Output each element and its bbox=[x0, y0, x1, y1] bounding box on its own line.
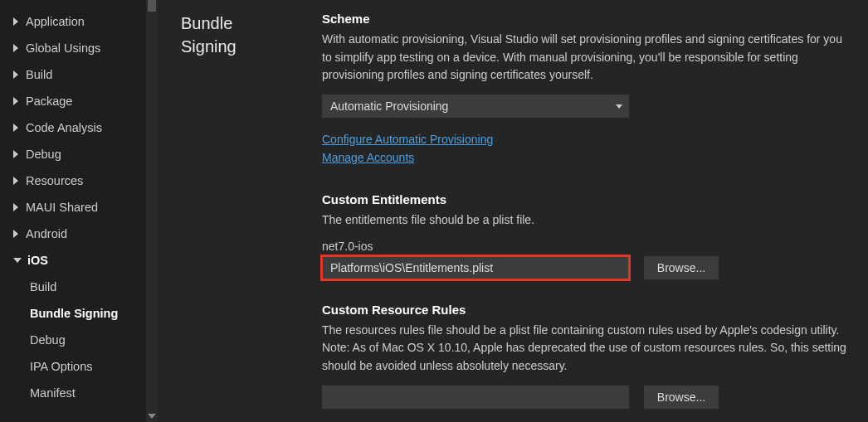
resource-rules-description: The resources rules file should be a pli… bbox=[322, 322, 850, 376]
chevron-right-icon bbox=[13, 230, 18, 238]
chevron-right-icon bbox=[13, 70, 18, 79]
sidebar-item-label: Application bbox=[26, 15, 85, 28]
sidebar-item-code-analysis[interactable]: Code Analysis bbox=[0, 114, 158, 141]
scroll-down-icon[interactable] bbox=[148, 414, 156, 419]
scheme-group: Scheme With automatic provisioning, Visu… bbox=[322, 12, 850, 169]
sidebar-item-label: Package bbox=[26, 95, 72, 108]
entitlements-framework-label: net7.0-ios bbox=[322, 240, 850, 253]
configure-provisioning-link[interactable]: Configure Automatic Provisioning bbox=[322, 133, 493, 146]
resource-rules-heading: Custom Resource Rules bbox=[322, 303, 850, 317]
scrollbar-thumb[interactable] bbox=[148, 0, 156, 12]
sidebar: Application Global Usings Build Package … bbox=[0, 0, 158, 422]
scheme-description: With automatic provisioning, Visual Stud… bbox=[322, 31, 850, 85]
resource-rules-group: Custom Resource Rules The resources rule… bbox=[322, 303, 850, 409]
sidebar-item-global-usings[interactable]: Global Usings bbox=[0, 35, 158, 61]
chevron-down-icon bbox=[616, 104, 622, 109]
sidebar-item-label: Bundle Signing bbox=[30, 307, 118, 320]
sidebar-subitem-build[interactable]: Build bbox=[0, 274, 158, 300]
entitlements-field-row: Browse... bbox=[322, 256, 850, 279]
entitlements-heading: Custom Entitlements bbox=[322, 192, 850, 206]
sidebar-item-label: Build bbox=[26, 68, 52, 81]
entitlements-browse-button[interactable]: Browse... bbox=[644, 256, 719, 279]
manage-accounts-link[interactable]: Manage Accounts bbox=[322, 151, 414, 164]
sidebar-item-label: IPA Options bbox=[30, 360, 93, 373]
chevron-right-icon bbox=[13, 44, 18, 52]
entitlements-path-input[interactable] bbox=[322, 256, 629, 279]
chevron-right-icon bbox=[13, 203, 18, 211]
sidebar-subitem-bundle-signing[interactable]: Bundle Signing bbox=[0, 300, 158, 327]
sidebar-item-maui-shared[interactable]: MAUI Shared bbox=[0, 194, 158, 221]
sidebar-item-label: Debug bbox=[30, 333, 66, 347]
chevron-right-icon bbox=[13, 177, 18, 185]
entitlements-group: Custom Entitlements The entitlements fil… bbox=[322, 192, 850, 279]
sidebar-item-label: Code Analysis bbox=[26, 121, 102, 134]
sidebar-item-label: Debug bbox=[26, 148, 61, 161]
sidebar-item-android[interactable]: Android bbox=[0, 221, 158, 247]
resource-rules-field-row: Browse... bbox=[322, 386, 850, 409]
sidebar-subitem-ipa-options[interactable]: IPA Options bbox=[0, 353, 158, 380]
sidebar-item-ios[interactable]: iOS bbox=[0, 247, 158, 274]
sidebar-scrollbar[interactable] bbox=[146, 0, 158, 422]
sidebar-item-label: MAUI Shared bbox=[26, 201, 98, 214]
provisioning-selected-label: Automatic Provisioning bbox=[330, 99, 448, 113]
section-title: Bundle Signing bbox=[158, 0, 299, 422]
chevron-down-icon bbox=[13, 258, 22, 263]
chevron-right-icon bbox=[13, 124, 18, 132]
chevron-right-icon bbox=[13, 150, 18, 158]
sidebar-item-label: Android bbox=[26, 227, 67, 240]
provisioning-select[interactable]: Automatic Provisioning bbox=[322, 95, 629, 118]
sidebar-item-label: Global Usings bbox=[26, 41, 100, 55]
chevron-right-icon bbox=[13, 17, 18, 26]
sidebar-item-label: iOS bbox=[27, 254, 48, 267]
sidebar-subitem-debug[interactable]: Debug bbox=[0, 327, 158, 353]
sidebar-item-build[interactable]: Build bbox=[0, 61, 158, 88]
content: Bundle Signing Scheme With automatic pro… bbox=[158, 0, 868, 422]
resource-rules-path-input[interactable] bbox=[322, 386, 629, 409]
sidebar-item-resources[interactable]: Resources bbox=[0, 167, 158, 194]
scheme-heading: Scheme bbox=[322, 12, 850, 26]
chevron-right-icon bbox=[13, 97, 18, 105]
main-panel: Scheme With automatic provisioning, Visu… bbox=[299, 0, 868, 422]
resource-rules-browse-button[interactable]: Browse... bbox=[644, 386, 719, 409]
sidebar-item-label: Manifest bbox=[30, 386, 76, 400]
sidebar-subitem-manifest[interactable]: Manifest bbox=[0, 380, 158, 406]
sidebar-item-application[interactable]: Application bbox=[0, 8, 158, 35]
sidebar-item-package[interactable]: Package bbox=[0, 88, 158, 114]
sidebar-item-debug[interactable]: Debug bbox=[0, 141, 158, 167]
sidebar-item-label: Build bbox=[30, 280, 56, 293]
entitlements-description: The entitlements file should be a plist … bbox=[322, 211, 850, 230]
sidebar-item-label: Resources bbox=[26, 174, 83, 187]
